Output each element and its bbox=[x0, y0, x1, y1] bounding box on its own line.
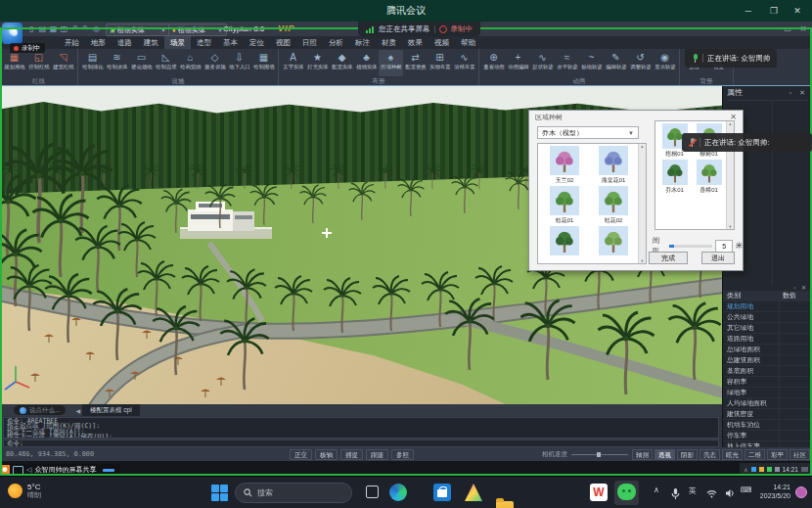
tab-材质[interactable]: 材质 bbox=[376, 36, 402, 49]
view-button-二维[interactable]: 二维 bbox=[744, 449, 765, 460]
entity-select[interactable]: ● 植物实体▼ bbox=[168, 23, 227, 36]
app-logo-icon[interactable] bbox=[2, 23, 23, 44]
view-button-轴测[interactable]: 轴测 bbox=[632, 449, 653, 460]
tab-地形[interactable]: 地形 bbox=[85, 36, 112, 49]
spacing-input[interactable]: 5 bbox=[715, 240, 733, 253]
ribbon-button-文字实体[interactable]: A文字实体 bbox=[281, 50, 305, 76]
spacing-slider[interactable] bbox=[669, 245, 713, 248]
tree-item-乔木01[interactable]: 乔木01 bbox=[657, 160, 692, 193]
task-view-button[interactable] bbox=[364, 484, 382, 501]
property-row-人均绿地面积[interactable]: 人均绿地面积 bbox=[723, 398, 812, 409]
toggle-跟随[interactable]: 跟随 bbox=[366, 449, 388, 460]
ribbon-button-调整轨迹[interactable]: ↺调整轨迹 bbox=[628, 50, 653, 76]
ribbon-button-动画编辑[interactable]: +动画编辑 bbox=[506, 50, 530, 76]
property-row-规划用地[interactable]: 规划用地 bbox=[723, 301, 812, 312]
list-scrollbar[interactable] bbox=[638, 144, 646, 263]
tree-item-桂花01[interactable]: 桂花01 bbox=[540, 186, 589, 223]
ribbon-button-建筑红线[interactable]: ◹建筑红线 bbox=[51, 50, 75, 76]
tab-帮助[interactable]: 帮助 bbox=[455, 36, 481, 49]
tree-item-香樟01[interactable]: 香樟01 bbox=[692, 160, 726, 193]
microsoft-store-icon[interactable] bbox=[433, 484, 451, 501]
camera-speed-slider[interactable] bbox=[571, 454, 628, 455]
property-row-总建筑面积[interactable]: 总建筑面积 bbox=[723, 355, 812, 366]
property-row-建筑密度[interactable]: 建筑密度 bbox=[723, 409, 812, 420]
ribbon-button-服务设施[interactable]: ◇服务设施 bbox=[203, 50, 227, 76]
property-row-道路用地[interactable]: 道路用地 bbox=[723, 334, 812, 345]
tray-expand-icon[interactable]: ∧ bbox=[654, 485, 659, 494]
tree-item-海棠花01[interactable]: 海棠花01 bbox=[589, 146, 638, 183]
file-explorer-icon[interactable] bbox=[496, 501, 514, 508]
category-select[interactable]: 乔木（模型）▼ bbox=[537, 126, 639, 139]
view-button-彩平[interactable]: 彩平 bbox=[767, 449, 788, 460]
view-button-透视[interactable]: 透视 bbox=[654, 449, 675, 460]
toggle-参照[interactable]: 参照 bbox=[391, 449, 414, 460]
app-minimize-button[interactable]: ─ bbox=[765, 23, 779, 34]
ribbon-button-绘制边坡[interactable]: ◺绘制边坡 bbox=[154, 50, 178, 76]
tab-效果[interactable]: 效果 bbox=[402, 36, 429, 49]
confirm-button[interactable]: 完成 bbox=[649, 252, 688, 264]
tab-基本[interactable]: 基本 bbox=[217, 36, 244, 49]
tab-分析[interactable]: 分析 bbox=[323, 36, 349, 49]
ribbon-button-灯光实体[interactable]: ★灯光实体 bbox=[305, 50, 330, 76]
ribbon-button-配景替换[interactable]: ⇄配景替换 bbox=[403, 50, 428, 76]
property-row-容积率[interactable]: 容积率 bbox=[723, 377, 812, 388]
toggle-捕捉[interactable]: 捕捉 bbox=[340, 449, 363, 460]
property-row-基底面积[interactable]: 基底面积 bbox=[723, 366, 812, 377]
layer-select[interactable]: ▣ 植物实体▼ bbox=[106, 23, 170, 36]
app-restore-button[interactable]: ▭ bbox=[781, 23, 794, 34]
wps-icon[interactable]: W bbox=[590, 484, 608, 501]
ribbon-button-起伏轨迹[interactable]: ∿起伏轨迹 bbox=[530, 50, 555, 76]
ribbon-button-植物实体[interactable]: ♣植物实体 bbox=[354, 50, 379, 76]
property-row-公共绿地[interactable]: 公共绿地 bbox=[723, 312, 812, 323]
screen-share-toolbar[interactable]: ☻ ◁ 众智周帅的屏幕共享 bbox=[0, 464, 120, 476]
tab-日照[interactable]: 日照 bbox=[296, 36, 323, 49]
panel-pin-icon[interactable]: ▫ ✕ bbox=[789, 89, 808, 97]
tray-mic-icon[interactable] bbox=[671, 488, 680, 499]
ribbon-button-区域种树[interactable]: ♠区域种树 bbox=[379, 50, 403, 76]
save-as-icon[interactable]: ◫ bbox=[60, 24, 68, 34]
property-row-停车率[interactable]: 停车率 bbox=[723, 431, 812, 441]
taskbar-search[interactable]: 搜索 bbox=[235, 483, 352, 503]
ribbon-button-绘制围墙[interactable]: ▦绘制围墙 bbox=[251, 50, 276, 76]
property-row-机动车泊位[interactable]: 机动车泊位 bbox=[723, 420, 812, 431]
meeting-chat-pill[interactable]: 说点什么... bbox=[14, 405, 66, 415]
tray-volume-icon[interactable] bbox=[725, 488, 735, 498]
ribbon-button-绘制水体[interactable]: ≋绘制水体 bbox=[105, 50, 129, 76]
input-language-indicator[interactable]: 英 bbox=[689, 485, 697, 496]
cancel-button[interactable]: 退出 bbox=[701, 252, 735, 264]
app-close-button[interactable]: ✕ bbox=[796, 23, 810, 34]
weather-widget[interactable]: 5°C 晴朗 bbox=[8, 483, 41, 499]
tab-建筑[interactable]: 建筑 bbox=[138, 36, 164, 49]
tab-道路[interactable]: 道路 bbox=[112, 36, 138, 49]
open-file-icon[interactable]: ▤ bbox=[38, 24, 47, 34]
ribbon-button-水平轨迹[interactable]: ≈水平轨迹 bbox=[555, 50, 579, 76]
view-button-眩光[interactable]: 眩光 bbox=[722, 449, 743, 460]
tab-视图[interactable]: 视图 bbox=[270, 36, 296, 49]
tab-视频[interactable]: 视频 bbox=[429, 36, 455, 49]
toggle-极轴[interactable]: 极轴 bbox=[315, 449, 338, 460]
tree-item-partial[interactable] bbox=[540, 226, 589, 263]
tab-造型[interactable]: 造型 bbox=[191, 36, 217, 49]
ribbon-button-绘构筑物[interactable]: ⌂绘构筑物 bbox=[178, 50, 203, 76]
property-row-总绿地面积[interactable]: 总绿地面积 bbox=[723, 345, 812, 355]
drawing-tab[interactable]: 楼配置表模 cpi bbox=[82, 404, 140, 416]
command-prompt[interactable]: 命令: bbox=[3, 439, 719, 447]
ribbon-button-规划用地[interactable]: ▦规划用地 bbox=[2, 50, 26, 76]
tab-scroll-left-icon[interactable]: ◀ bbox=[75, 407, 80, 414]
view-button-社区[interactable]: 社区 bbox=[789, 449, 810, 460]
save-icon[interactable]: ▦ bbox=[49, 24, 58, 34]
touch-keyboard-icon[interactable]: ⌨ bbox=[741, 485, 752, 494]
globe-icon[interactable]: ◎ bbox=[92, 24, 101, 34]
tab-定位[interactable]: 定位 bbox=[244, 36, 270, 49]
property-row-绿地率[interactable]: 绿地率 bbox=[723, 388, 812, 398]
meeting-close-button[interactable]: ✕ bbox=[785, 0, 810, 22]
tree-item-partial[interactable] bbox=[589, 226, 638, 263]
triangle-app-icon[interactable] bbox=[465, 484, 482, 501]
start-button[interactable] bbox=[211, 484, 229, 501]
meeting-minimize-button[interactable]: ─ bbox=[736, 0, 761, 22]
minimize-bar-icon[interactable] bbox=[103, 469, 114, 472]
ribbon-button-沿线布置[interactable]: ∿沿线布置 bbox=[452, 50, 476, 76]
notification-badge[interactable] bbox=[795, 486, 807, 498]
tree-item-桂花02[interactable]: 桂花02 bbox=[589, 186, 638, 223]
clock-widget[interactable]: 14:21 2023/5/20 bbox=[760, 483, 790, 500]
